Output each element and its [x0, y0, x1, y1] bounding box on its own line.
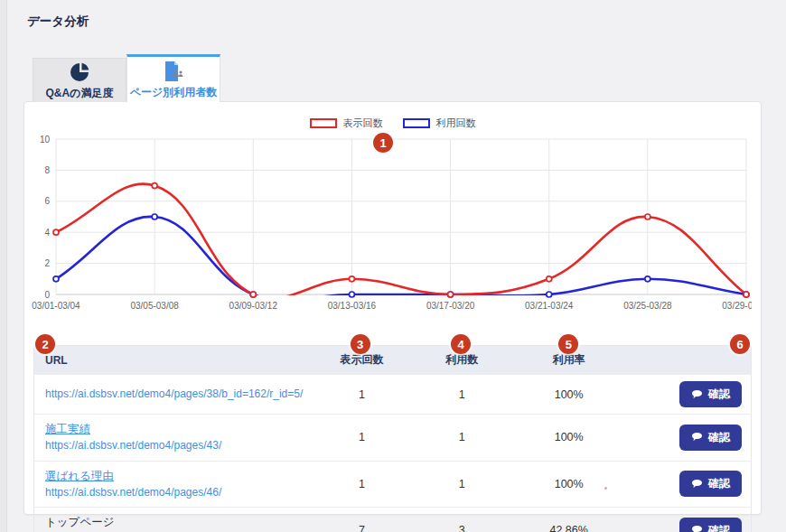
svg-text:03/17-03/20: 03/17-03/20: [426, 301, 475, 311]
cell-views: 1: [308, 461, 415, 508]
cell-rate: 100%: [508, 415, 629, 462]
legend-item-uses[interactable]: 利用回数: [403, 117, 476, 130]
confirm-button[interactable]: 確認: [679, 518, 742, 532]
cell-page-url: 施工実績https://ai.dsbsv.net/demo4/pages/43/: [34, 415, 309, 462]
tab-page-users[interactable]: ページ別利用者数: [126, 54, 220, 102]
tab-label: Q&Aの満足度: [46, 86, 114, 101]
confirm-button[interactable]: 確認: [679, 381, 742, 407]
chart-legend: 表示回数 利用回数: [24, 117, 761, 129]
cell-page-url: 選ばれる理由https://ai.dsbsv.net/demo4/pages/4…: [34, 461, 309, 508]
tab-qa-satisfaction[interactable]: Q&Aの満足度: [33, 58, 126, 102]
page-url-link[interactable]: https://ai.dsbsv.net/demo4/pages/43/: [45, 438, 221, 453]
legend-label: 表示回数: [343, 117, 383, 130]
page-users-icon: [161, 60, 186, 83]
cell-views: 7: [308, 508, 415, 532]
column-header-url: URL: [34, 346, 309, 375]
table-row: 選ばれる理由https://ai.dsbsv.net/demo4/pages/4…: [34, 461, 752, 508]
svg-text:2: 2: [44, 258, 50, 268]
svg-text:03/21-03/24: 03/21-03/24: [525, 301, 574, 311]
chat-bubble-icon: [691, 479, 703, 490]
legend-swatch-blue: [403, 118, 430, 128]
chat-bubble-icon: [691, 525, 703, 532]
analytics-panel: 表示回数 利用回数 1 024681003/01-03/0403/05-03/0…: [23, 101, 762, 515]
page-title-link[interactable]: 施工実績: [45, 423, 90, 435]
confirm-button-label: 確認: [708, 387, 730, 402]
tab-label: ページ別利用者数: [130, 85, 218, 100]
table-row: 施工実績https://ai.dsbsv.net/demo4/pages/43/…: [34, 415, 752, 462]
cell-views: 1: [308, 415, 415, 462]
cell-uses: 1: [416, 375, 509, 415]
page-url-link[interactable]: https://ai.dsbsv.net/demo4/pages/38/b_id…: [45, 387, 303, 402]
svg-text:0: 0: [44, 290, 50, 300]
cell-uses: 3: [416, 508, 509, 532]
cell-page-url: https://ai.dsbsv.net/demo4/pages/38/b_id…: [34, 375, 309, 415]
legend-swatch-red: [310, 118, 337, 128]
cell-action: 確認: [630, 461, 752, 508]
stray-dot: [604, 487, 607, 490]
svg-text:10: 10: [40, 135, 51, 145]
svg-text:03/13-03/16: 03/13-03/16: [328, 301, 377, 311]
cell-action: 確認: [630, 415, 752, 462]
svg-text:8: 8: [44, 165, 50, 175]
annotation-badge-4: 4: [451, 334, 471, 354]
pages-table-container: 2 3 4 5 6 URL 表示回数 利用数 利用率 https://ai.ds…: [33, 345, 752, 532]
confirm-button-label: 確認: [708, 523, 730, 532]
cell-uses: 1: [416, 415, 509, 462]
page-title: データ分析: [27, 14, 89, 30]
svg-text:03/01-03/04: 03/01-03/04: [32, 301, 80, 311]
confirm-button-label: 確認: [708, 430, 730, 445]
svg-text:6: 6: [44, 196, 50, 206]
annotation-badge-1: 1: [373, 133, 393, 153]
cell-rate: 42.86%: [508, 508, 629, 532]
legend-label: 利用回数: [436, 117, 476, 130]
cell-action: 確認: [630, 508, 752, 532]
svg-text:4: 4: [44, 228, 50, 238]
page-title-link: トップページ: [45, 516, 114, 528]
table-row: https://ai.dsbsv.net/demo4/pages/38/b_id…: [34, 375, 752, 415]
cell-page-url: トップページhttps://ai.dsbsv.net/demo4/pages/: [34, 508, 309, 532]
svg-text:03/09-03/12: 03/09-03/12: [229, 301, 278, 311]
page-url-link[interactable]: https://ai.dsbsv.net/demo4/pages/46/: [45, 485, 221, 500]
table-header-row: URL 表示回数 利用数 利用率: [34, 346, 752, 375]
svg-text:03/29-03/30: 03/29-03/30: [722, 301, 752, 311]
annotation-badge-2: 2: [35, 334, 55, 354]
cell-views: 1: [308, 375, 415, 415]
pie-chart-icon: [68, 61, 91, 84]
table-row: トップページhttps://ai.dsbsv.net/demo4/pages/7…: [34, 508, 752, 532]
legend-item-views[interactable]: 表示回数: [310, 117, 383, 130]
page-title-link[interactable]: 選ばれる理由: [45, 470, 114, 482]
chat-bubble-icon: [691, 389, 703, 400]
confirm-button-label: 確認: [708, 476, 730, 491]
annotation-badge-6: 6: [730, 334, 750, 354]
line-chart-container: 024681003/01-03/0403/05-03/0803/09-03/12…: [29, 133, 761, 322]
tab-bar: Q&Aの満足度 ページ別利用者数: [33, 54, 220, 102]
cell-action: 確認: [630, 375, 752, 415]
svg-text:03/05-03/08: 03/05-03/08: [130, 301, 179, 311]
chat-bubble-icon: [691, 432, 703, 443]
confirm-button[interactable]: 確認: [679, 425, 742, 451]
confirm-button[interactable]: 確認: [679, 471, 742, 497]
annotation-badge-3: 3: [351, 334, 370, 354]
cell-rate: 100%: [508, 375, 629, 415]
cell-uses: 1: [416, 461, 509, 508]
svg-text:03/25-03/28: 03/25-03/28: [623, 301, 672, 311]
line-chart: 024681003/01-03/0403/05-03/0803/09-03/12…: [29, 133, 752, 318]
content-left-edge: [0, 0, 7, 532]
cell-rate: 100%: [508, 461, 629, 508]
pages-table: URL 表示回数 利用数 利用率 https://ai.dsbsv.net/de…: [33, 345, 752, 532]
